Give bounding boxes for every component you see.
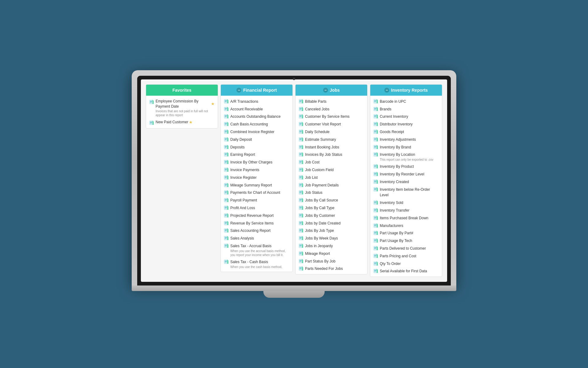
list-item[interactable]: Job Payment Details: [296, 181, 367, 189]
svg-rect-266: [374, 153, 376, 154]
svg-rect-22: [225, 116, 227, 116]
list-item[interactable]: Invoice By Other Charges: [221, 158, 292, 166]
list-item[interactable]: Job Cost: [296, 158, 367, 166]
list-item[interactable]: Earning Report: [221, 151, 292, 158]
list-item[interactable]: Cash Basis Accounting: [221, 120, 292, 128]
list-item[interactable]: Revenue By Service Items: [221, 219, 292, 227]
svg-rect-227: [300, 268, 302, 268]
list-item[interactable]: Payments for Chart of Account: [221, 189, 292, 196]
list-item[interactable]: Inventory Created: [370, 178, 442, 186]
financial-collapse-button[interactable]: −: [236, 88, 241, 93]
list-item[interactable]: Canceled Jobs: [296, 105, 367, 113]
report-name: Cash Basis Accounting: [230, 122, 268, 126]
list-item[interactable]: Employee Commission By Payment Date ★ In…: [146, 98, 218, 119]
report-text-wrapper: Inventory By Product: [380, 163, 439, 169]
svg-marker-64: [227, 175, 228, 179]
svg-rect-278: [374, 174, 376, 174]
svg-marker-204: [302, 228, 303, 232]
svg-rect-321: [374, 247, 376, 247]
svg-marker-309: [377, 223, 378, 228]
svg-rect-298: [374, 210, 376, 211]
svg-rect-335: [374, 269, 377, 273]
list-item[interactable]: Inventory Transfer: [370, 206, 442, 214]
list-item[interactable]: Inventory Sold: [370, 199, 442, 206]
svg-rect-315: [374, 239, 377, 243]
report-text-wrapper: Part Usage By Part#: [380, 230, 439, 236]
list-item[interactable]: Jobs By Call Source: [296, 196, 367, 204]
list-item[interactable]: Mileage Summary Report: [221, 181, 292, 189]
list-item[interactable]: Part Usage By Part#: [370, 229, 442, 237]
list-item[interactable]: New Paid Customer ★: [146, 118, 218, 126]
list-item[interactable]: Parts Needed For Jobs: [296, 265, 367, 272]
list-item[interactable]: Inventory By Reorder Level: [370, 170, 442, 178]
list-item[interactable]: Job Status: [296, 189, 367, 196]
svg-rect-195: [299, 221, 302, 225]
list-item[interactable]: Part Usage By Tech: [370, 237, 442, 244]
list-item[interactable]: Sales Accounting Report: [221, 227, 292, 234]
inventory-collapse-button[interactable]: −: [384, 88, 389, 93]
list-item[interactable]: Daily Deposit: [221, 136, 292, 143]
list-item[interactable]: Jobs by Date Created: [296, 219, 367, 227]
list-item[interactable]: Accounts Outstanding Balance: [221, 113, 292, 120]
list-item[interactable]: Parts Delivered to Customer: [370, 244, 442, 252]
list-item[interactable]: Brands: [370, 105, 442, 113]
list-item[interactable]: Instant Booking Jobs: [296, 143, 367, 151]
list-item[interactable]: Combined Invoice Register: [221, 128, 292, 136]
list-item[interactable]: Manufacturers: [370, 222, 442, 229]
list-item[interactable]: Sales Tax - Accrual BasisWhen you use th…: [221, 242, 292, 258]
svg-rect-318: [374, 241, 376, 241]
list-item[interactable]: Inventory By Brand: [370, 143, 442, 151]
list-item[interactable]: Parts Pricing and Cost: [370, 252, 442, 260]
report-text-wrapper: Barcode in UPC: [380, 98, 439, 104]
list-item[interactable]: Invoices By Job Status: [296, 151, 367, 158]
list-item[interactable]: Profit And Loss: [221, 204, 292, 212]
list-item[interactable]: Payroll Payment: [221, 196, 292, 204]
list-item[interactable]: Jobs By Customer: [296, 212, 367, 219]
report-text-wrapper: Invoice Register: [230, 174, 289, 180]
list-item[interactable]: Estimate Summary: [296, 136, 367, 143]
list-item[interactable]: Inventory Adjustments: [370, 136, 442, 143]
list-item[interactable]: Sales Tax - Cash BasisWhen you use the c…: [221, 258, 292, 270]
svg-rect-127: [300, 116, 302, 116]
fav-item-text: New Paid Customer ★: [156, 120, 215, 125]
report-icon: [373, 268, 378, 273]
list-item[interactable]: Invoice Register: [221, 174, 292, 181]
list-item[interactable]: Sales Analysis: [221, 234, 292, 242]
list-item[interactable]: Account Receivable: [221, 105, 292, 113]
list-item[interactable]: Job Custom Field: [296, 166, 367, 174]
report-icon: [373, 208, 378, 213]
list-item[interactable]: Jobs By Job Type: [296, 227, 367, 234]
list-item[interactable]: Customer Visit Report: [296, 120, 367, 128]
list-item[interactable]: Distributor Inventory: [370, 120, 442, 128]
list-item[interactable]: Mileage Report: [296, 250, 367, 257]
list-item[interactable]: Part Status By Job: [296, 257, 367, 265]
list-item[interactable]: Current Inventory: [370, 113, 442, 120]
list-item[interactable]: Projected Revenue Report: [221, 212, 292, 219]
list-item[interactable]: Goods Receipt: [370, 128, 442, 136]
list-item[interactable]: Jobs in Jeopardy: [296, 242, 367, 250]
svg-rect-300: [374, 216, 377, 220]
jobs-collapse-button[interactable]: −: [323, 88, 328, 93]
report-icon: [299, 106, 303, 111]
list-item[interactable]: A/R Transactions: [221, 98, 292, 105]
list-item[interactable]: Job List: [296, 174, 367, 181]
list-item[interactable]: Deposits: [221, 143, 292, 151]
svg-rect-263: [374, 147, 376, 148]
list-item[interactable]: Items Purchased Break Down: [370, 214, 442, 222]
list-item[interactable]: Daily Schedule: [296, 128, 367, 136]
list-item[interactable]: Jobs By Week Days: [296, 234, 367, 242]
list-item[interactable]: Inventory By Product: [370, 163, 442, 170]
list-item[interactable]: Jobs By Call Type: [296, 204, 367, 212]
list-item[interactable]: Serial Available for First Data: [370, 267, 442, 275]
list-item[interactable]: Billable Parts: [296, 98, 367, 105]
list-item[interactable]: Qty To Order: [370, 260, 442, 267]
list-item[interactable]: Inventory By LocationThis report can onl…: [370, 151, 442, 163]
list-item[interactable]: Inventory Item below Re-Order Level: [370, 186, 442, 199]
list-item[interactable]: Barcode in UPC: [370, 98, 442, 105]
svg-rect-268: [374, 155, 376, 155]
report-icon: [224, 137, 229, 142]
list-item[interactable]: Customer By Service Items: [296, 113, 367, 120]
svg-marker-184: [302, 198, 303, 202]
list-item[interactable]: Invoice Payments: [221, 166, 292, 174]
report-icon: [299, 266, 303, 271]
